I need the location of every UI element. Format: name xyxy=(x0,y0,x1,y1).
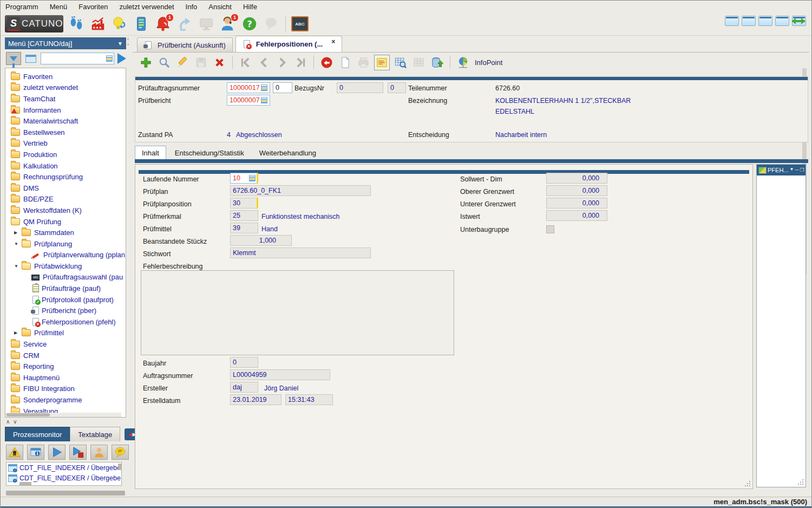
server-icon[interactable] xyxy=(133,15,150,32)
monitor-icon[interactable] xyxy=(198,15,215,32)
sidebar-menu-header[interactable]: Menü [CATUNO/daj] ▼ xyxy=(5,37,126,49)
window-view-button[interactable] xyxy=(23,52,38,65)
search-icon[interactable] xyxy=(156,55,172,70)
window-info-icon[interactable] xyxy=(27,445,44,460)
notes-icon[interactable] xyxy=(374,55,390,70)
menubar-item[interactable]: zuletzt verwendet xyxy=(119,3,174,11)
process-list-hscroll-thumb[interactable] xyxy=(19,482,31,485)
infopoint-label[interactable]: InfoPoint xyxy=(475,58,502,67)
menubar-item[interactable]: Menü xyxy=(50,3,68,11)
tree-item-stammdaten[interactable]: ▶Stammdaten xyxy=(5,227,126,238)
pruefauftrag-seq-field[interactable]: 0 xyxy=(273,82,292,93)
delete-icon[interactable] xyxy=(212,55,227,70)
process-tab-prozessmonitor[interactable]: Prozessmonitor xyxy=(5,427,70,441)
tree-item-pr-fauftr-ge-pauf[interactable]: Prüfaufträge (pauf) xyxy=(5,283,126,294)
sidebar-splitter[interactable]: ‹ › xyxy=(127,36,132,491)
collapse-left-icon[interactable]: ‹ xyxy=(127,36,132,42)
support-icon[interactable]: 1 xyxy=(219,15,237,32)
tree-item-hauptmen[interactable]: Hauptmenü xyxy=(5,372,126,383)
tree-item-favoriten[interactable]: Favoriten xyxy=(5,71,126,82)
window-tile-button[interactable] xyxy=(725,16,739,26)
chevron-down-icon[interactable]: ▼ xyxy=(790,167,794,172)
grid-icon[interactable] xyxy=(411,55,427,70)
tree-item-pr-fbericht-pber[interactable]: Prüfbericht (pber) xyxy=(5,305,126,316)
process-tab-textablage[interactable]: Textablage xyxy=(70,427,120,441)
infopoint-icon[interactable] xyxy=(455,55,471,70)
form-tab-entscheidung-statistik[interactable]: Entscheidung/Statistik xyxy=(168,146,251,159)
tree-item-pr-fmittel[interactable]: ▶Prüfmittel xyxy=(5,328,126,339)
tree-item-produktion[interactable]: Produktion xyxy=(5,149,126,160)
pruefauftragsnummer-field[interactable]: 10000017 xyxy=(227,82,270,93)
print-icon[interactable] xyxy=(356,55,371,70)
chevron-down-icon[interactable]: ▼ xyxy=(117,41,123,47)
tree-item-werkstoffdaten-k[interactable]: Werkstoffdaten (K) xyxy=(5,205,126,216)
play-icon[interactable] xyxy=(48,445,66,460)
menu-search-input[interactable] xyxy=(42,54,106,63)
pruefplanposition-field[interactable]: 30 xyxy=(230,198,258,209)
form-tab-inhalt[interactable]: Inhalt xyxy=(135,146,166,159)
expander-collapsed-icon[interactable]: ▶ xyxy=(14,330,22,335)
alert-bell-icon[interactable]: 1 xyxy=(154,15,172,32)
collapse-right-icon[interactable]: › xyxy=(127,42,132,47)
factory-icon[interactable] xyxy=(89,15,107,32)
expander-expanded-icon[interactable]: ▼ xyxy=(14,242,22,246)
menubar-item[interactable]: Ansicht xyxy=(208,3,232,11)
nav-prev-icon[interactable] xyxy=(256,55,272,70)
close-icon[interactable]: × xyxy=(331,38,335,45)
nav-first-icon[interactable] xyxy=(238,55,253,70)
new-document-icon[interactable] xyxy=(337,55,353,70)
warning-icon[interactable] xyxy=(6,445,23,460)
undo-icon[interactable] xyxy=(176,15,193,32)
process-list-vscroll-thumb[interactable] xyxy=(118,464,121,470)
resize-grip[interactable] xyxy=(797,478,803,485)
user-icon[interactable] xyxy=(90,445,108,460)
play-stop-icon[interactable] xyxy=(69,445,87,460)
expander-expanded-icon[interactable]: ▼ xyxy=(14,264,22,269)
filter-button[interactable] xyxy=(6,52,21,65)
lamp-icon[interactable] xyxy=(111,15,128,32)
edit-icon[interactable] xyxy=(175,55,191,70)
tree-item-kalkulation[interactable]: Kalkulation xyxy=(5,160,126,172)
pfeh-titlebar[interactable]: PFEH... ▼ ─ ❐ xyxy=(757,165,806,175)
nav-last-icon[interactable] xyxy=(293,55,309,70)
window-tile-button[interactable] xyxy=(758,16,772,26)
form-tab-weiterbehandlung[interactable]: Weiterbehandlung xyxy=(253,146,323,159)
tree-item-crm[interactable]: CRM xyxy=(5,350,126,361)
tree-item-dms[interactable]: DMS xyxy=(5,183,126,194)
restore-icon[interactable]: ❐ xyxy=(800,167,804,173)
nav-next-icon[interactable] xyxy=(274,55,290,70)
tree-item-sonderprogramme[interactable]: Sonderprogramme xyxy=(5,394,126,406)
tree-item-pr-fabwicklung[interactable]: ▼Prüfabwicklung xyxy=(5,260,126,272)
unterbaugruppe-checkbox[interactable] xyxy=(546,225,554,233)
resize-grip[interactable] xyxy=(744,480,750,486)
search-go-button[interactable] xyxy=(117,53,126,64)
process-list-item[interactable]: CDT_FILE_INDEXER / Übergebe xyxy=(6,463,121,473)
tree-hscrollbar-thumb[interactable] xyxy=(6,413,50,416)
tree-item-fehlerpositionen-pfehl[interactable]: Fehlerpositionen (pfehl) xyxy=(5,316,126,328)
window-resize-button[interactable] xyxy=(792,16,806,26)
save-icon[interactable] xyxy=(193,55,209,70)
document-tab-pr-fbericht-auskunft[interactable]: Prüfbericht (Auskunft) xyxy=(137,37,233,52)
tree-item-fibu-integration[interactable]: FIBU Integration xyxy=(5,383,126,395)
pruefbericht-field[interactable]: 10000007 xyxy=(227,95,270,106)
expander-collapsed-icon[interactable]: ▶ xyxy=(14,230,22,235)
tree-item-vertrieb[interactable]: Vertrieb xyxy=(5,138,126,149)
comment-icon[interactable] xyxy=(112,445,129,460)
laufende-nummer-field[interactable]: 10 xyxy=(230,173,258,184)
tree-item-service[interactable]: Service xyxy=(5,338,126,350)
menubar-item[interactable]: Hilfe xyxy=(243,3,257,11)
tree-item-teamchat[interactable]: TeamChat xyxy=(5,93,126,105)
tree-item-zuletzt-verwendet[interactable]: zuletzt verwendet xyxy=(5,82,126,94)
tree-item-reporting[interactable]: Reporting xyxy=(5,361,126,372)
help-icon[interactable]: ? xyxy=(241,15,258,32)
back-icon[interactable] xyxy=(319,55,335,70)
fehlerbeschreibung-textarea[interactable] xyxy=(141,270,454,355)
panel-resize-handle[interactable] xyxy=(6,491,125,496)
tree-item-informanten[interactable]: Informanten xyxy=(5,105,126,116)
tree-item-bde-pze[interactable]: BDE/PZE xyxy=(5,194,126,205)
lookup-icon[interactable] xyxy=(249,175,256,181)
panel-updown-buttons[interactable]: ∧∨ xyxy=(6,419,21,425)
window-tile-button[interactable] xyxy=(775,16,789,26)
tree-item-pr-fauftragsauswahl-pau[interactable]: Prüfauftragsauswahl (pau xyxy=(5,272,126,283)
add-icon[interactable] xyxy=(138,55,154,70)
